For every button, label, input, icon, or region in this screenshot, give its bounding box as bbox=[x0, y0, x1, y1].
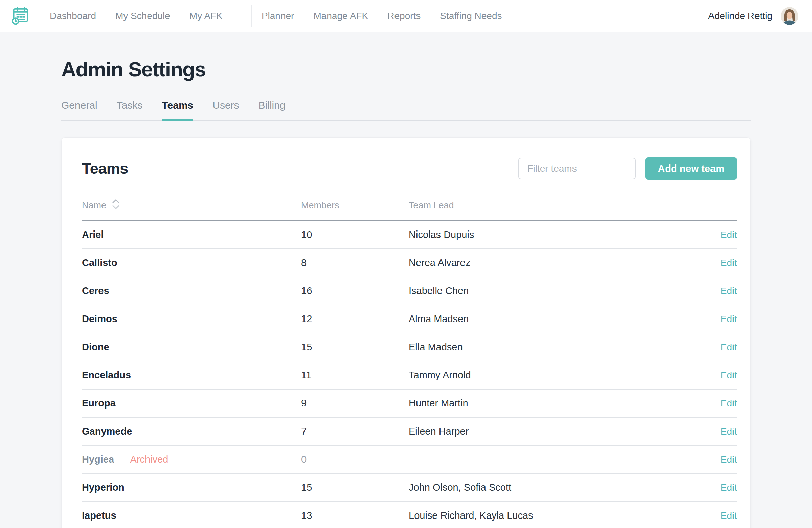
actions-cell: Edit bbox=[646, 229, 737, 240]
teams-card: Teams Add new team Name Members bbox=[61, 138, 751, 528]
navbar-divider bbox=[251, 5, 252, 27]
nav-item-my-afk[interactable]: My AFK bbox=[189, 11, 223, 21]
team-members-count: 16 bbox=[301, 285, 409, 297]
team-members-count: 13 bbox=[301, 510, 409, 521]
actions-cell: Edit bbox=[646, 342, 737, 353]
team-members-count: 11 bbox=[301, 370, 409, 381]
team-name: Iapetus bbox=[82, 510, 301, 521]
team-members-count: 15 bbox=[301, 342, 409, 353]
add-new-team-button[interactable]: Add new team bbox=[645, 157, 737, 180]
table-row-europa: Europa9Hunter MartinEdit bbox=[82, 389, 737, 418]
teams-table: Name Members Team Lead Ariel10Nicolas Du… bbox=[82, 199, 737, 528]
team-name: Ariel bbox=[82, 229, 301, 240]
actions-cell: Edit bbox=[646, 510, 737, 521]
team-lead: Alma Madsen bbox=[409, 313, 646, 325]
column-header-team-lead: Team Lead bbox=[409, 200, 646, 211]
team-lead: Tammy Arnold bbox=[409, 370, 646, 381]
settings-tabs: GeneralTasksTeamsUsersBilling bbox=[61, 100, 751, 121]
edit-team-link[interactable]: Edit bbox=[721, 229, 737, 240]
page-title: Admin Settings bbox=[61, 58, 751, 81]
team-members-count: 12 bbox=[301, 313, 409, 325]
user-menu[interactable]: Adelinde Rettig bbox=[708, 7, 798, 25]
table-row-dione: Dione15Ella MadsenEdit bbox=[82, 333, 737, 361]
nav-item-my-schedule[interactable]: My Schedule bbox=[115, 11, 170, 21]
tab-teams[interactable]: Teams bbox=[162, 100, 193, 120]
team-members-count: 8 bbox=[301, 257, 409, 268]
team-members-count: 7 bbox=[301, 426, 409, 437]
team-name: Dione bbox=[82, 342, 301, 353]
table-row-ariel: Ariel10Nicolas DupuisEdit bbox=[82, 221, 737, 249]
nav-group-management: PlannerManage AFKReportsStaffing Needs bbox=[262, 11, 521, 21]
tab-users[interactable]: Users bbox=[213, 100, 239, 120]
actions-cell: Edit bbox=[646, 257, 737, 268]
edit-team-link[interactable]: Edit bbox=[721, 286, 737, 296]
column-header-name-label: Name bbox=[82, 200, 106, 211]
edit-team-link[interactable]: Edit bbox=[721, 370, 737, 381]
team-members-count: 15 bbox=[301, 482, 409, 493]
teams-table-header: Name Members Team Lead bbox=[82, 199, 737, 221]
calendar-clock-icon bbox=[11, 6, 30, 26]
edit-team-link[interactable]: Edit bbox=[721, 258, 737, 268]
edit-team-link[interactable]: Edit bbox=[721, 426, 737, 437]
actions-cell: Edit bbox=[646, 426, 737, 437]
teams-card-header: Teams Add new team bbox=[82, 157, 737, 180]
edit-team-link[interactable]: Edit bbox=[721, 342, 737, 352]
team-lead: Ella Madsen bbox=[409, 342, 646, 353]
teams-card-actions: Add new team bbox=[518, 157, 737, 180]
team-name: Hyperion bbox=[82, 482, 301, 493]
actions-cell: Edit bbox=[646, 454, 737, 465]
edit-team-link[interactable]: Edit bbox=[721, 510, 737, 521]
team-members-count: 0 bbox=[301, 454, 409, 465]
tab-general[interactable]: General bbox=[61, 100, 98, 120]
team-name: Hygiea— Archived bbox=[82, 454, 301, 465]
team-name: Callisto bbox=[82, 257, 301, 268]
column-header-name[interactable]: Name bbox=[82, 199, 301, 212]
tab-tasks[interactable]: Tasks bbox=[117, 100, 143, 120]
team-name: Ceres bbox=[82, 285, 301, 297]
table-row-callisto: Callisto8Nerea AlvarezEdit bbox=[82, 249, 737, 277]
teams-table-body: Ariel10Nicolas DupuisEditCallisto8Nerea … bbox=[82, 221, 737, 528]
nav-item-planner[interactable]: Planner bbox=[262, 11, 294, 21]
team-name: Enceladus bbox=[82, 370, 301, 381]
team-lead: Eileen Harper bbox=[409, 426, 646, 437]
team-lead: Hunter Martin bbox=[409, 398, 646, 409]
nav-item-manage-afk[interactable]: Manage AFK bbox=[313, 11, 368, 21]
edit-team-link[interactable]: Edit bbox=[721, 314, 737, 324]
edit-team-link[interactable]: Edit bbox=[721, 398, 737, 409]
team-lead: Nicolas Dupuis bbox=[409, 229, 646, 240]
app-logo[interactable] bbox=[11, 6, 30, 26]
team-lead: John Olson, Sofia Scott bbox=[409, 482, 646, 493]
nav-item-dashboard[interactable]: Dashboard bbox=[50, 11, 96, 21]
nav-item-reports[interactable]: Reports bbox=[387, 11, 421, 21]
table-row-ceres: Ceres16Isabelle ChenEdit bbox=[82, 277, 737, 305]
actions-cell: Edit bbox=[646, 482, 737, 493]
table-row-ganymede: Ganymede7Eileen HarperEdit bbox=[82, 418, 737, 446]
teams-heading: Teams bbox=[82, 160, 128, 177]
table-row-iapetus: Iapetus13Louise Richard, Kayla LucasEdit bbox=[82, 502, 737, 528]
tab-billing[interactable]: Billing bbox=[259, 100, 286, 120]
table-row-hyperion: Hyperion15John Olson, Sofia ScottEdit bbox=[82, 474, 737, 502]
edit-team-link[interactable]: Edit bbox=[721, 454, 737, 465]
team-lead: Isabelle Chen bbox=[409, 285, 646, 297]
user-name: Adelinde Rettig bbox=[708, 11, 772, 21]
user-avatar[interactable] bbox=[781, 7, 798, 25]
table-row-enceladus: Enceladus11Tammy ArnoldEdit bbox=[82, 361, 737, 389]
filter-teams-input[interactable] bbox=[518, 158, 636, 180]
archived-badge: — Archived bbox=[118, 454, 168, 465]
table-row-deimos: Deimos12Alma MadsenEdit bbox=[82, 305, 737, 333]
team-members-count: 9 bbox=[301, 398, 409, 409]
team-name: Deimos bbox=[82, 313, 301, 325]
nav-item-staffing-needs[interactable]: Staffing Needs bbox=[440, 11, 502, 21]
table-row-hygiea: Hygiea— Archived0Edit bbox=[82, 446, 737, 474]
team-name: Ganymede bbox=[82, 426, 301, 437]
actions-cell: Edit bbox=[646, 313, 737, 325]
nav-group-personal: DashboardMy ScheduleMy AFK bbox=[50, 11, 242, 21]
actions-cell: Edit bbox=[646, 398, 737, 409]
navbar-divider bbox=[40, 5, 40, 27]
top-navbar: DashboardMy ScheduleMy AFK PlannerManage… bbox=[0, 0, 812, 32]
main-content: Admin Settings GeneralTasksTeamsUsersBil… bbox=[0, 58, 812, 528]
sort-icon bbox=[112, 199, 120, 212]
team-members-count: 10 bbox=[301, 229, 409, 240]
edit-team-link[interactable]: Edit bbox=[721, 482, 737, 493]
actions-cell: Edit bbox=[646, 285, 737, 297]
